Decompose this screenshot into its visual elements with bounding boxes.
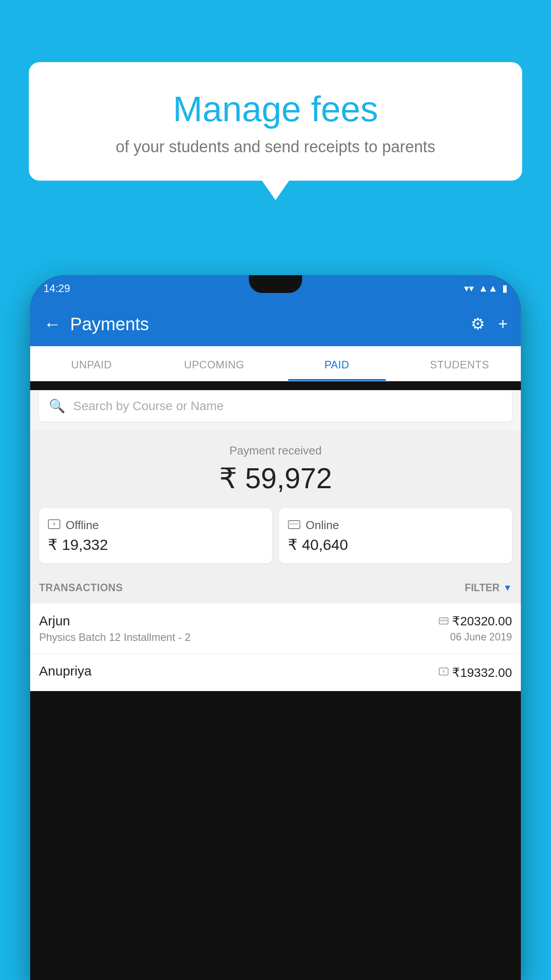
settings-icon[interactable]: ⚙ <box>471 315 485 333</box>
offline-label: Offline <box>66 518 99 532</box>
tx-date: 06 June 2019 <box>439 631 512 643</box>
card-icon <box>439 616 449 627</box>
svg-text:₹: ₹ <box>53 522 55 527</box>
tab-upcoming[interactable]: UPCOMING <box>153 346 276 381</box>
tabs-bar: UNPAID UPCOMING PAID STUDENTS <box>30 346 521 381</box>
offline-icon: ₹ <box>48 518 60 532</box>
tx-amount-2: ₹19332.00 <box>452 665 512 680</box>
payment-summary: Payment received ₹ 59,972 <box>30 431 521 508</box>
search-bar[interactable]: 🔍 Search by Course or Name <box>39 390 512 422</box>
hero-card: Manage fees of your students and send re… <box>29 62 522 181</box>
wifi-icon: ▾▾ <box>464 283 474 294</box>
table-row[interactable]: Arjun Physics Batch 12 Installment - 2 ₹… <box>30 604 521 654</box>
hero-title: Manage fees <box>51 89 500 130</box>
transactions-list: Arjun Physics Batch 12 Installment - 2 ₹… <box>30 604 521 691</box>
course-name: Physics Batch 12 Installment - 2 <box>39 631 190 644</box>
tab-unpaid[interactable]: UNPAID <box>30 346 153 381</box>
add-icon[interactable]: + <box>498 315 508 333</box>
search-input[interactable]: Search by Course or Name <box>73 399 224 413</box>
status-icons: ▾▾ ▲▲ ▮ <box>464 283 508 294</box>
svg-text:₹: ₹ <box>442 670 445 674</box>
transaction-right-2: ₹ ₹19332.00 <box>439 665 512 680</box>
online-card: Online ₹ 40,640 <box>279 508 512 563</box>
filter-label: FILTER <box>464 582 500 594</box>
table-row[interactable]: Anupriya ₹ ₹19332.00 <box>30 654 521 691</box>
content-area: 🔍 Search by Course or Name Payment recei… <box>30 390 521 691</box>
app-header: ← Payments ⚙ + <box>30 302 521 346</box>
tab-paid[interactable]: PAID <box>276 346 398 381</box>
online-amount: ₹ 40,640 <box>288 536 503 553</box>
transaction-left-2: Anupriya <box>39 664 91 681</box>
status-time: 14:29 <box>43 282 70 295</box>
student-name: Arjun <box>39 613 190 628</box>
transactions-label: TRANSACTIONS <box>39 582 123 594</box>
phone-frame: 14:29 ▾▾ ▲▲ ▮ ← Payments ⚙ + UNPAID UPCO… <box>30 275 521 980</box>
search-icon: 🔍 <box>49 398 65 414</box>
svg-rect-5 <box>439 620 448 621</box>
offline-card: ₹ Offline ₹ 19,332 <box>39 508 272 563</box>
status-bar: 14:29 ▾▾ ▲▲ ▮ <box>30 275 521 302</box>
hero-subtitle: of your students and send receipts to pa… <box>51 138 500 156</box>
offline-amount: ₹ 19,332 <box>48 536 263 553</box>
total-amount: ₹ 59,972 <box>39 462 512 495</box>
tab-students[interactable]: STUDENTS <box>398 346 521 381</box>
filter-button[interactable]: FILTER ▼ <box>464 582 512 594</box>
filter-icon: ▼ <box>503 583 512 593</box>
student-name-2: Anupriya <box>39 664 91 679</box>
header-actions: ⚙ + <box>471 315 508 333</box>
tx-amount: ₹20320.00 <box>452 614 512 628</box>
payment-received-label: Payment received <box>39 444 512 458</box>
phone-notch <box>249 275 302 293</box>
battery-icon: ▮ <box>502 283 508 294</box>
online-icon <box>288 518 300 532</box>
transactions-header: TRANSACTIONS FILTER ▼ <box>30 572 521 604</box>
transaction-left: Arjun Physics Batch 12 Installment - 2 <box>39 613 190 644</box>
signal-icon: ▲▲ <box>478 283 498 294</box>
page-title: Payments <box>70 314 471 334</box>
cash-icon: ₹ <box>439 668 449 677</box>
payment-method-cards: ₹ Offline ₹ 19,332 Online <box>30 508 521 572</box>
svg-rect-3 <box>288 523 300 525</box>
transaction-right: ₹20320.00 06 June 2019 <box>439 614 512 643</box>
back-button[interactable]: ← <box>43 314 61 334</box>
online-label: Online <box>306 518 339 532</box>
